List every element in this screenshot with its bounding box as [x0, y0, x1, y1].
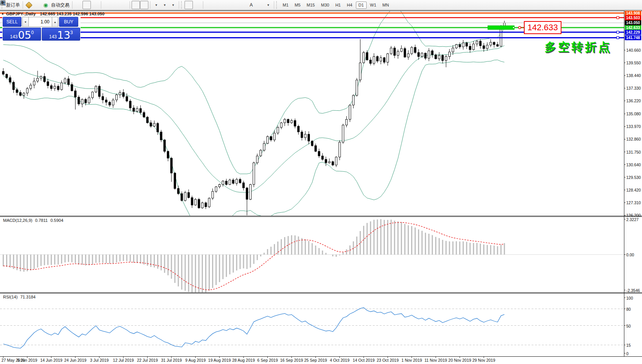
price-tick-label: 135.080: [626, 111, 641, 116]
date-label: 12 Jul 2019: [113, 358, 134, 362]
symbol-period-label: GBPJPY-,Daily: [6, 11, 36, 16]
price-callout-box: 142.633: [524, 21, 561, 34]
price-tick-label: 129.530: [626, 175, 641, 180]
price-level-label: 143.908: [625, 11, 641, 16]
date-label: 14 Jun 2019: [40, 358, 63, 362]
price-tick-label: 132.860: [626, 137, 641, 141]
date-label: 19 Aug 2019: [208, 358, 231, 362]
macd-value-signal: 0.5904: [50, 218, 63, 223]
price-tick-label: 136.220: [626, 98, 641, 103]
volume-decrease-button[interactable]: ▼: [22, 17, 29, 27]
sell-price-pip: 0: [31, 30, 34, 35]
volume-input[interactable]: 1.00: [29, 17, 52, 27]
price-pane: [3, 9, 505, 238]
candlestick-series: [2, 21, 505, 215]
price-tick-label: 133.970: [626, 124, 641, 129]
price-tick-label: 128.420: [626, 188, 641, 192]
rsi-scale-label: 100: [626, 296, 633, 300]
rsi-line: [3, 308, 505, 348]
date-label: 1 Nov 2019: [402, 358, 422, 362]
date-label: 25 Sep 2019: [304, 358, 327, 362]
date-label: 3 Jul 2019: [90, 358, 109, 362]
date-label: 29 Nov 2019: [472, 358, 495, 362]
buy-price-display[interactable]: 143 13 3: [42, 28, 80, 41]
bollinger-lower: [3, 60, 505, 238]
ohlc-values: 142.665 143.235 142.596 143.050: [40, 11, 104, 16]
date-label: 24 Jun 2019: [64, 358, 87, 362]
price-tick-label: 131.750: [626, 150, 641, 154]
price-tick-label: 140.660: [626, 48, 641, 52]
sell-button[interactable]: SELL: [3, 17, 21, 27]
macd-scale-label: 2.3227: [626, 217, 639, 222]
macd-value-main: 0.7811: [35, 218, 48, 223]
date-label: 9 Aug 2019: [185, 358, 206, 362]
rsi-scale-label: 80: [626, 307, 631, 312]
price-tick-label: 127.310: [626, 200, 641, 205]
pane-borders: [0, 11, 642, 358]
callout-anchor: [519, 26, 521, 29]
buy-price-pip: 3: [70, 30, 73, 35]
chart-title: GBPJPY-,Daily 142.665 143.235 142.596 14…: [6, 11, 104, 16]
sell-price-main: 05: [18, 30, 31, 40]
buy-price-main: 13: [57, 30, 70, 40]
buy-price-prefix: 143: [49, 34, 57, 40]
rsi-pane-label: RSI(14) 71.3184: [3, 295, 36, 299]
volume-increase-button[interactable]: ▲: [52, 17, 58, 27]
price-tick-label: 130.640: [626, 162, 641, 167]
price-level-label: 142.229: [625, 30, 641, 35]
sell-price-prefix: 143: [10, 34, 18, 40]
rsi-scale-label: 0: [626, 351, 629, 356]
macd-scale-label: -2.3546: [626, 288, 640, 293]
date-label: 11 Nov 2019: [425, 358, 447, 362]
highlight-rectangle: [488, 26, 514, 30]
price-level-label: 141.748: [625, 35, 641, 40]
price-tick-label: 137.330: [626, 86, 641, 90]
macd-scale-label: 0.00: [626, 253, 634, 257]
date-label: 28 Aug 2019: [232, 358, 255, 362]
macd-pane: [0, 219, 624, 293]
buy-button[interactable]: BUY: [59, 17, 78, 27]
one-click-trading-panel: SELL ▼ 1.00 ▲ BUY 143 05 0 143 13 3: [2, 16, 81, 41]
sell-price-display[interactable]: 143 05 0: [3, 28, 41, 41]
chart-annotation-text: 多空转折点: [545, 39, 612, 55]
rsi-value: 71.3184: [20, 295, 36, 299]
price-level-label: 143.503: [625, 15, 641, 20]
macd-histogram: [3, 219, 505, 293]
mt4-window: 新订单 ◉ 自动交易: [0, 0, 642, 364]
date-label: 23 Oct 2019: [377, 358, 398, 362]
price-level-label: 143.050: [625, 20, 641, 25]
date-label: 20 Nov 2019: [448, 358, 471, 362]
date-label: 5 Jun 2019: [17, 358, 37, 362]
date-label: 4 Oct 2019: [330, 358, 349, 362]
rsi-pane: [0, 308, 624, 348]
date-label: 16 Sep 2019: [280, 358, 303, 362]
rsi-scale-label: 15: [626, 343, 631, 348]
date-label: 31 Jul 2019: [161, 358, 182, 362]
collapse-chart-icon[interactable]: ▲: [1, 12, 4, 15]
price-tick-label: 139.550: [626, 61, 641, 65]
date-label: 14 Oct 2019: [353, 358, 375, 362]
rsi-scale-label: 50: [626, 324, 631, 328]
macd-pane-label: MACD(12,26,9) 0.7811 0.5904: [3, 218, 63, 223]
chart-objects: [488, 26, 524, 30]
date-label: 22 Jul 2019: [137, 358, 158, 362]
price-level-label: 142.633: [625, 25, 641, 30]
price-tick-label: 138.440: [626, 73, 641, 78]
date-label: 6 Sep 2019: [257, 358, 278, 362]
